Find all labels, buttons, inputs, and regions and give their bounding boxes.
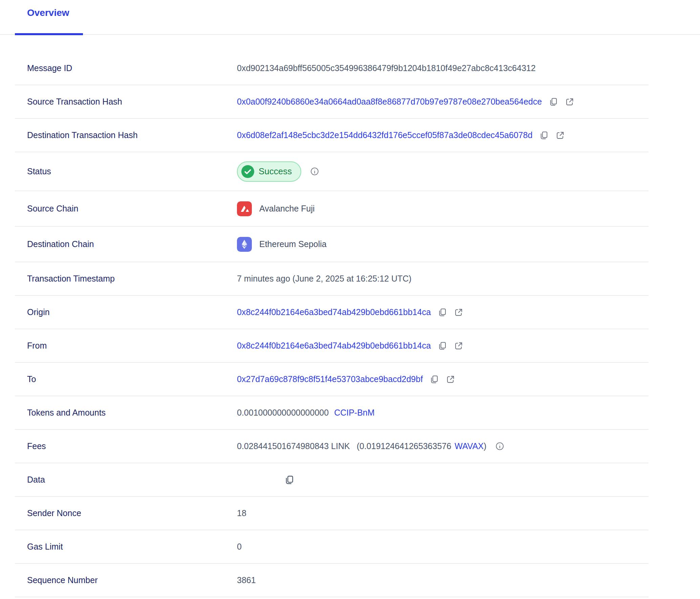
- to-address-link[interactable]: 0x27d7a69c878f9c8f51f4e53703abce9bacd2d9…: [237, 374, 423, 384]
- origin-label: Origin: [27, 307, 237, 317]
- destination-tx-hash-label: Destination Transaction Hash: [27, 130, 237, 140]
- copy-icon[interactable]: [438, 308, 447, 317]
- fee-paren-close: ): [484, 441, 486, 451]
- fee-amount-wrapped: (0.019124641265363576: [357, 441, 451, 451]
- fee-amount-link-token: 0.028441501674980843 LINK: [237, 441, 350, 451]
- row-sender-nonce: Sender Nonce 18: [15, 497, 649, 530]
- source-tx-hash-link[interactable]: 0x0a00f9240b6860e34a0664ad0aa8f8e86877d7…: [237, 97, 542, 107]
- destination-chain-label: Destination Chain: [27, 239, 237, 249]
- row-to: To 0x27d7a69c878f9c8f51f4e53703abce9bacd…: [15, 363, 649, 396]
- gas-limit-label: Gas Limit: [27, 542, 237, 552]
- source-chain-name: Avalanche Fuji: [259, 204, 315, 214]
- copy-icon[interactable]: [539, 131, 549, 140]
- row-fees: Fees 0.028441501674980843 LINK (0.019124…: [15, 430, 649, 463]
- token-amount: 0.001000000000000000: [237, 408, 329, 418]
- row-gas-limit: Gas Limit 0: [15, 530, 649, 564]
- copy-icon[interactable]: [430, 375, 439, 384]
- copy-icon[interactable]: [284, 475, 294, 485]
- transaction-timestamp-value: 7 minutes ago (June 2, 2025 at 16:25:12 …: [237, 274, 412, 284]
- origin-address-link[interactable]: 0x8c244f0b2164e6a3bed74ab429b0ebd661bb14…: [237, 307, 431, 317]
- tab-active-underline: [15, 33, 83, 35]
- from-label: From: [27, 341, 237, 351]
- overview-table: Message ID 0xd902134a69bff565005c3549963…: [15, 52, 649, 597]
- external-link-icon[interactable]: [446, 375, 455, 384]
- copy-icon[interactable]: [549, 97, 558, 107]
- tab-overview[interactable]: Overview: [15, 0, 83, 34]
- tab-bar: Overview: [0, 0, 700, 35]
- external-link-icon[interactable]: [454, 308, 463, 317]
- info-icon[interactable]: [310, 167, 319, 176]
- row-source-tx-hash: Source Transaction Hash 0x0a00f9240b6860…: [15, 85, 649, 119]
- check-circle-icon: [241, 165, 254, 178]
- row-sequence-number: Sequence Number 3861: [15, 564, 649, 597]
- row-tokens-and-amounts: Tokens and Amounts 0.001000000000000000 …: [15, 396, 649, 430]
- message-id-value: 0xd902134a69bff565005c354996386479f9b120…: [237, 63, 535, 73]
- ethereum-icon: [237, 237, 252, 252]
- row-destination-tx-hash: Destination Transaction Hash 0x6d08ef2af…: [15, 119, 649, 152]
- row-source-chain: Source Chain Avalanche Fuji: [15, 191, 649, 227]
- info-icon[interactable]: [495, 442, 504, 451]
- external-link-icon[interactable]: [555, 131, 565, 140]
- row-transaction-timestamp: Transaction Timestamp 7 minutes ago (Jun…: [15, 262, 649, 296]
- row-from: From 0x8c244f0b2164e6a3bed74ab429b0ebd66…: [15, 329, 649, 363]
- token-symbol-link[interactable]: CCIP-BnM: [334, 408, 374, 418]
- row-status: Status Success: [15, 152, 649, 191]
- row-message-id: Message ID 0xd902134a69bff565005c3549963…: [15, 52, 649, 85]
- destination-chain-name: Ethereum Sepolia: [259, 239, 327, 249]
- wavax-token-link[interactable]: WAVAX: [455, 441, 484, 451]
- tab-overview-label: Overview: [27, 7, 69, 18]
- sender-nonce-label: Sender Nonce: [27, 508, 237, 518]
- avalanche-icon: [237, 201, 252, 216]
- source-tx-hash-label: Source Transaction Hash: [27, 97, 237, 107]
- copy-icon[interactable]: [438, 341, 447, 351]
- gas-limit-value: 0: [237, 542, 242, 552]
- transaction-timestamp-label: Transaction Timestamp: [27, 274, 237, 284]
- external-link-icon[interactable]: [454, 341, 463, 351]
- from-address-link[interactable]: 0x8c244f0b2164e6a3bed74ab429b0ebd661bb14…: [237, 341, 431, 351]
- external-link-icon[interactable]: [565, 97, 574, 107]
- row-destination-chain: Destination Chain Ethereum Sepolia: [15, 227, 649, 262]
- tokens-and-amounts-label: Tokens and Amounts: [27, 408, 237, 418]
- row-origin: Origin 0x8c244f0b2164e6a3bed74ab429b0ebd…: [15, 296, 649, 329]
- data-label: Data: [27, 475, 237, 485]
- status-label: Status: [27, 167, 237, 176]
- message-id-label: Message ID: [27, 63, 237, 73]
- source-chain-label: Source Chain: [27, 204, 237, 214]
- status-badge: Success: [237, 161, 301, 182]
- row-data: Data: [15, 463, 649, 497]
- sequence-number-value: 3861: [237, 575, 256, 585]
- to-label: To: [27, 374, 237, 384]
- status-badge-text: Success: [259, 166, 292, 177]
- sender-nonce-value: 18: [237, 508, 246, 518]
- sequence-number-label: Sequence Number: [27, 575, 237, 585]
- destination-tx-hash-link[interactable]: 0x6d08ef2af148e5cbc3d2e154dd6432fd176e5c…: [237, 130, 532, 140]
- fees-label: Fees: [27, 441, 237, 451]
